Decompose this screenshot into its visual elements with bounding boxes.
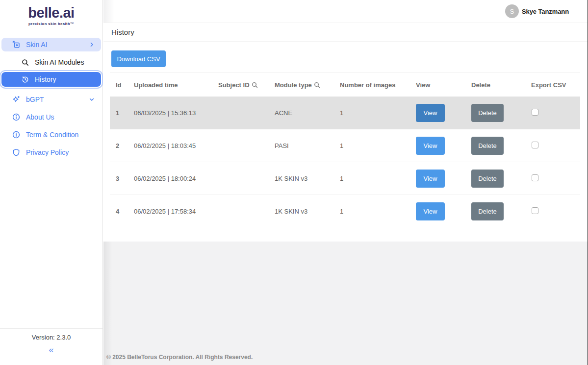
version-label: Version: 2.3.0 bbox=[0, 334, 102, 341]
topbar: S Skye Tanzmann bbox=[103, 0, 588, 23]
delete-button[interactable]: Delete bbox=[471, 137, 504, 155]
footer-copyright: © 2025 BelleTorus Corporation. All Right… bbox=[106, 354, 253, 361]
cell-id: 2 bbox=[116, 142, 134, 149]
brand-name: belle.ai bbox=[0, 6, 102, 20]
cell-uploaded-time: 06/03/2025 | 15:36:13 bbox=[134, 109, 218, 117]
delete-button[interactable]: Delete bbox=[471, 202, 504, 220]
col-header-export-csv: Export CSV bbox=[531, 81, 580, 89]
sidebar-item-skin-ai-modules[interactable]: Skin AI Modules bbox=[1, 55, 101, 69]
brand-logo: belle.ai precision skin health™ bbox=[0, 0, 102, 26]
delete-button[interactable]: Delete bbox=[471, 170, 504, 188]
sidebar-item-skin-ai[interactable]: Skin AI bbox=[1, 38, 101, 51]
brand-tagline: precision skin health™ bbox=[0, 22, 102, 26]
col-header-module-type: Module type bbox=[275, 81, 340, 89]
info-icon bbox=[12, 131, 20, 139]
col-header-view: View bbox=[416, 81, 471, 89]
chevron-right-icon bbox=[89, 42, 94, 47]
sidebar-item-label: About Us bbox=[26, 113, 54, 121]
cell-number-of-images: 1 bbox=[340, 109, 416, 117]
info-icon bbox=[12, 113, 20, 121]
module-type-search-icon[interactable] bbox=[314, 82, 320, 88]
sidebar-footer: Version: 2.3.0 « bbox=[0, 328, 102, 365]
delete-button[interactable]: Delete bbox=[471, 104, 504, 122]
col-header-number-of-images: Number of images bbox=[340, 81, 416, 89]
sidebar-item-about-us[interactable]: About Us bbox=[1, 110, 101, 124]
export-csv-checkbox[interactable] bbox=[532, 174, 538, 181]
main-area: S Skye Tanzmann History Download CSV Id … bbox=[103, 0, 588, 365]
skin-scan-icon bbox=[12, 41, 20, 49]
cell-number-of-images: 1 bbox=[340, 208, 416, 215]
table-row: 4 06/02/2025 | 17:58:34 1K SKIN v3 1 Vie… bbox=[110, 195, 580, 228]
table-row: 1 06/03/2025 | 15:36:13 ACNE 1 View Dele… bbox=[110, 97, 580, 129]
cell-uploaded-time: 06/02/2025 | 17:58:34 bbox=[134, 208, 218, 215]
cell-id: 4 bbox=[116, 208, 134, 215]
view-button[interactable]: View bbox=[416, 202, 445, 220]
titlebar: History bbox=[103, 23, 588, 42]
avatar[interactable]: S bbox=[505, 4, 519, 18]
cell-module-type: 1K SKIN v3 bbox=[275, 175, 340, 182]
sidebar-item-privacy-policy[interactable]: Privacy Policy bbox=[1, 146, 101, 159]
sidebar-item-label: Term & Condition bbox=[26, 131, 78, 139]
view-button[interactable]: View bbox=[416, 137, 445, 155]
export-csv-checkbox[interactable] bbox=[532, 207, 538, 214]
sidebar-item-label: Privacy Policy bbox=[26, 148, 69, 156]
sidebar-item-label: bGPT bbox=[26, 96, 44, 103]
cell-module-type: PASI bbox=[275, 142, 340, 149]
sidebar: belle.ai precision skin health™ Skin AI bbox=[0, 0, 103, 365]
sidebar-item-term-condition[interactable]: Term & Condition bbox=[1, 128, 101, 142]
cell-module-type: 1K SKIN v3 bbox=[275, 208, 340, 215]
sidebar-item-label: History bbox=[35, 75, 56, 83]
sidebar-nav: Skin AI Skin AI Modules History bbox=[0, 38, 102, 159]
collapse-sidebar-button[interactable]: « bbox=[0, 345, 102, 362]
col-header-subject-id: Subject ID bbox=[218, 81, 275, 89]
export-csv-checkbox[interactable] bbox=[532, 142, 538, 148]
chevron-down-icon bbox=[89, 97, 94, 102]
user-name: Skye Tanzmann bbox=[522, 8, 569, 15]
sparkle-icon bbox=[12, 96, 20, 103]
cell-uploaded-time: 06/02/2025 | 18:00:24 bbox=[134, 175, 218, 182]
table-header-row: Id Uploaded time Subject ID Module type … bbox=[110, 73, 580, 97]
table-row: 3 06/02/2025 | 18:00:24 1K SKIN v3 1 Vie… bbox=[110, 162, 580, 195]
sidebar-item-label: Skin AI Modules bbox=[35, 58, 84, 66]
cell-number-of-images: 1 bbox=[340, 175, 416, 182]
content-card: Download CSV Id Uploaded time Subject ID… bbox=[103, 42, 588, 242]
col-header-id: Id bbox=[116, 81, 134, 89]
export-csv-checkbox[interactable] bbox=[532, 109, 538, 116]
table-row: 2 06/02/2025 | 18:03:45 PASI 1 View Dele… bbox=[110, 129, 580, 162]
history-table: Id Uploaded time Subject ID Module type … bbox=[110, 73, 580, 228]
sidebar-item-bgpt[interactable]: bGPT bbox=[1, 93, 101, 106]
cell-uploaded-time: 06/02/2025 | 18:03:45 bbox=[134, 142, 218, 149]
view-button[interactable]: View bbox=[416, 170, 445, 188]
sidebar-item-label: Skin AI bbox=[26, 41, 48, 49]
subject-id-search-icon[interactable] bbox=[252, 82, 258, 88]
search-icon bbox=[21, 58, 29, 66]
col-header-delete: Delete bbox=[471, 81, 531, 89]
shield-icon bbox=[12, 148, 20, 156]
download-csv-button[interactable]: Download CSV bbox=[111, 50, 166, 67]
cell-id: 3 bbox=[116, 175, 134, 182]
cell-id: 1 bbox=[116, 109, 134, 117]
cell-module-type: ACNE bbox=[275, 109, 340, 117]
sidebar-item-history[interactable]: History bbox=[1, 72, 101, 87]
cell-number-of-images: 1 bbox=[340, 142, 416, 149]
col-header-uploaded-time: Uploaded time bbox=[134, 81, 218, 89]
history-icon bbox=[21, 75, 29, 83]
view-button[interactable]: View bbox=[416, 104, 445, 122]
page-title: History bbox=[111, 28, 134, 36]
